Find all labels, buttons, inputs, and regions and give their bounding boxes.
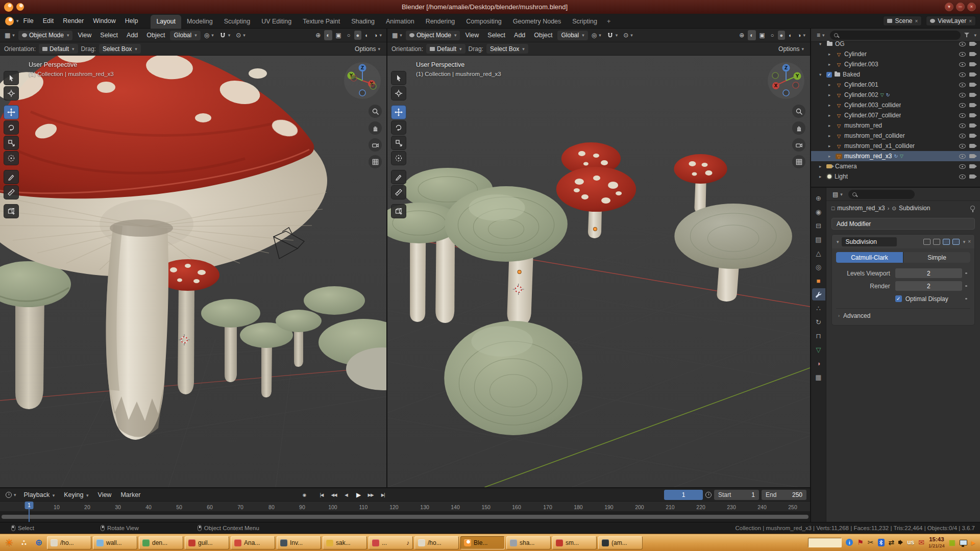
tool-add-cube[interactable] [4, 204, 19, 218]
viewport-left-canvas[interactable]: User Perspective (1) Collection | mushro… [0, 56, 386, 487]
tray-clock[interactable]: 15:43 1/21/24 [928, 536, 945, 548]
window-minimize-button[interactable]: ─ [956, 3, 965, 11]
outliner-row-cylinder[interactable]: ▸▽Cylinder [811, 49, 980, 59]
scissors-clipboard-icon[interactable]: ✂ [868, 539, 874, 546]
editor-type-icon[interactable]: ▦▾ [390, 30, 404, 40]
menu-add[interactable]: Add [123, 30, 141, 40]
hide-eye-icon[interactable] [959, 83, 966, 87]
playhead-marker[interactable]: 1 [24, 502, 33, 509]
outliner-row-mushrom-red-x1-collider[interactable]: ▸▽mushrom_red_x1_collider [811, 141, 980, 151]
outliner-row-camera[interactable]: ▸Camera [811, 161, 980, 171]
window-close-button[interactable]: × [967, 3, 976, 11]
tool-rotate[interactable] [391, 120, 406, 135]
render-visibility-icon[interactable] [969, 52, 975, 56]
show-gizmos-icon[interactable]: ⊕ [737, 30, 746, 40]
breadcrumb-object[interactable]: mushrom_red_x3 [837, 205, 885, 212]
gpu-tray-icon[interactable]: ▦ [949, 539, 955, 546]
tool-select-box[interactable] [4, 71, 19, 85]
hide-eye-icon[interactable] [959, 134, 966, 138]
browser-launcher-icon[interactable]: ⊕ [32, 536, 45, 549]
add-modifier-button[interactable]: Add Modifier [831, 218, 975, 230]
scene-selector[interactable]: Scene × [883, 16, 922, 26]
taskbar-window-wallpaper[interactable]: wall... [93, 536, 137, 549]
taskbar-window-sha[interactable]: sha... [506, 536, 551, 549]
tool-rotate[interactable] [4, 120, 19, 135]
paw-launcher-icon[interactable]: ∴ [17, 536, 31, 549]
show-in-editmode-toggle[interactable] [933, 239, 940, 245]
modifier-close-icon[interactable]: × [968, 239, 971, 244]
show-on-cage-toggle[interactable] [923, 239, 930, 245]
menu-select[interactable]: Select [96, 30, 121, 40]
properties-tab-data[interactable]: ▽ [812, 343, 825, 356]
properties-tab-world[interactable]: ◎ [812, 261, 825, 273]
frame-start-field[interactable]: Start1 [714, 490, 759, 500]
hide-eye-icon[interactable] [959, 103, 966, 108]
render-visibility-icon[interactable] [969, 83, 975, 87]
mode-dropdown[interactable]: Object Mode▾ [18, 31, 73, 40]
properties-tab-render[interactable]: ◉ [812, 206, 825, 218]
outliner-row-baked[interactable]: ▾✓Baked [811, 69, 980, 80]
taskbar-window-audio[interactable]: ...♪ [369, 536, 413, 549]
current-frame-field[interactable]: 1 [664, 490, 703, 500]
jump-to-start-button[interactable]: |◀ [316, 490, 327, 500]
timeline-editor-type-icon[interactable]: ▾ [4, 490, 18, 499]
hide-eye-icon[interactable] [959, 93, 966, 97]
display-settings-icon[interactable] [960, 540, 967, 545]
viewlayer-remove-icon[interactable]: × [969, 18, 972, 24]
zoom-icon[interactable] [792, 105, 805, 118]
menu-view[interactable]: View [461, 30, 482, 40]
timeline-ruler[interactable]: 1 10 20 30 40 50 60 70 80 90 100 110 120… [0, 502, 810, 512]
shading-material-icon[interactable]: ◐ [363, 31, 371, 40]
camera-view-icon[interactable] [369, 138, 382, 152]
pan-hand-icon[interactable] [369, 121, 382, 135]
menu-marker[interactable]: Marker [117, 490, 144, 500]
tab-scripting[interactable]: Scripting [567, 15, 603, 29]
tool-move[interactable] [391, 105, 406, 119]
hide-eye-icon[interactable] [959, 164, 966, 169]
window-menu-button[interactable]: ▾ [945, 3, 953, 11]
render-visibility-icon[interactable] [969, 103, 975, 107]
hide-eye-icon[interactable] [959, 72, 966, 77]
render-visibility-icon[interactable] [969, 134, 975, 138]
show-gizmos-icon[interactable]: ⊕ [313, 30, 323, 40]
pivot-point-dropdown[interactable]: ◎▾ [590, 30, 603, 40]
show-overlays-icon[interactable]: ◐ [748, 30, 755, 40]
render-visibility-icon[interactable] [969, 174, 975, 179]
optimal-display-checkbox[interactable]: ✓ [895, 295, 902, 302]
tool-move[interactable] [4, 105, 19, 119]
tab-texture-paint[interactable]: Texture Paint [297, 15, 346, 29]
modifier-extras-icon[interactable]: ▾ [963, 239, 966, 244]
tool-scale[interactable] [391, 136, 406, 150]
tab-geometry-nodes[interactable]: Geometry Nodes [507, 15, 567, 29]
outliner-row-cylinder-003[interactable]: ▸▽Cylinder.003 [811, 59, 980, 69]
viewlayer-selector[interactable]: ViewLayer × [926, 16, 976, 26]
keyboard-layout-indicator[interactable]: us [907, 539, 914, 546]
zoom-icon[interactable] [369, 105, 382, 118]
render-visibility-icon[interactable] [969, 72, 975, 77]
menu-playback[interactable]: Playback ▾ [20, 490, 59, 500]
taskbar-window-sm[interactable]: sm... [552, 536, 597, 549]
orientation-dropdown[interactable]: Default▾ [39, 44, 78, 54]
outliner-row-light[interactable]: ▸Light [811, 171, 980, 182]
toggle-xray-icon[interactable]: ▣ [334, 30, 344, 40]
start-menu-icon[interactable]: ✳ [3, 536, 16, 549]
proportional-editing-icon[interactable]: ⊙▾ [234, 30, 248, 40]
outliner-row-mushrom-red-x3[interactable]: ▸▽mushrom_red_x3↻▽ [811, 151, 980, 161]
menu-help[interactable]: Help [120, 15, 143, 27]
tool-annotate[interactable] [4, 170, 19, 184]
blender-menu-icon[interactable] [5, 17, 14, 26]
timeline-track-area[interactable] [0, 512, 810, 522]
show-in-viewport-toggle[interactable] [943, 239, 950, 245]
collection-checkbox[interactable]: ✓ [826, 72, 832, 78]
render-visibility-icon[interactable] [969, 93, 975, 97]
hide-eye-icon[interactable] [959, 113, 966, 118]
outliner-row-cylinder-002[interactable]: ▸▽Cylinder.002▽↻ [811, 90, 980, 100]
animate-dot-icon[interactable] [962, 272, 970, 274]
mail-tray-icon[interactable]: ✉ [918, 539, 924, 546]
drag-dropdown[interactable]: Select Box▾ [486, 44, 528, 54]
filter-chevron-icon[interactable]: ▾ [974, 33, 976, 38]
properties-tab-object[interactable]: ■ [812, 274, 825, 287]
tool-transform[interactable] [4, 151, 19, 165]
render-visibility-icon[interactable] [969, 62, 975, 66]
taskbar-window-inv[interactable]: Inv... [277, 536, 321, 549]
